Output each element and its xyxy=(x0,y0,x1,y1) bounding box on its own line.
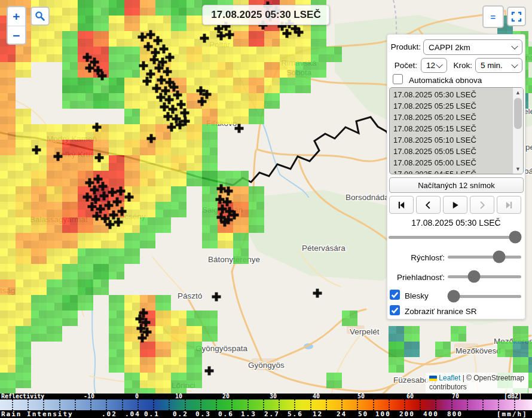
legend-colorbar xyxy=(0,399,532,410)
search-button[interactable] xyxy=(30,7,50,26)
reflectivity-scale-row: Reflectivity [dBZ] -10010203040506070 xyxy=(0,394,532,399)
time-slider-thumb[interactable] xyxy=(509,231,522,244)
legend-tick-label: 200 xyxy=(399,410,415,418)
legend-tick-line xyxy=(263,399,264,410)
legend-tick-line xyxy=(404,399,405,410)
skip-start-icon xyxy=(397,201,406,210)
legend-tick-line xyxy=(514,399,515,410)
timestamp-option[interactable]: 17.08.2025 05:20 LSEČ xyxy=(390,112,523,123)
timestamp-listbox[interactable]: 17.08.2025 05:30 LSEČ17.08.2025 05:25 LS… xyxy=(389,87,524,174)
legend-tick-label: 5.6 xyxy=(288,410,303,418)
legend-tick-label: 400 xyxy=(423,410,439,418)
krok-value: 5 min. xyxy=(481,61,503,70)
chevron-down-icon xyxy=(511,43,518,50)
legend-tick-label: 0.6 xyxy=(218,410,234,418)
control-panel: Produkt: CAPPI 2km Počet: 12 Krok: 5 min… xyxy=(387,34,525,319)
checkmark-icon xyxy=(390,290,399,299)
produkt-label: Produkt: xyxy=(387,42,421,51)
skip-end-button[interactable] xyxy=(497,196,521,214)
timestamp-option[interactable]: 17.08.2025 05:25 LSEČ xyxy=(390,100,523,112)
priehladnost-slider[interactable] xyxy=(448,270,521,283)
timestamp-option[interactable]: 17.08.2025 05:10 LSEČ xyxy=(390,134,523,146)
mmh-unit-label: [mm/h] xyxy=(497,410,528,418)
search-icon xyxy=(35,11,45,21)
scroll-down-icon[interactable]: ▼ xyxy=(513,164,523,174)
legend-tick-line xyxy=(185,399,186,410)
produkt-value: CAPPI 2km xyxy=(429,43,470,52)
produkt-select[interactable]: CAPPI 2km xyxy=(423,39,522,55)
listbox-scrollbar[interactable]: ▲ ▼ xyxy=(512,88,523,174)
zoom-in-button[interactable]: + xyxy=(8,7,25,26)
blesky-label: Blesky xyxy=(405,291,429,300)
timestamp-option[interactable]: 17.08.2025 05:00 LSEČ xyxy=(390,157,523,168)
legend-tick-line xyxy=(389,399,390,410)
hranice-checkbox[interactable] xyxy=(390,305,400,315)
legend-tick-line xyxy=(373,399,374,410)
rychlost-slider-thumb[interactable] xyxy=(493,251,506,263)
legend-tick-line xyxy=(357,399,358,410)
auto-refresh-checkbox[interactable] xyxy=(393,74,403,84)
legend-tick-label: 0.1 xyxy=(144,410,160,418)
chevron-down-icon xyxy=(436,61,442,67)
rychlost-label: Rýchlosť: xyxy=(387,253,445,262)
legend-tick-label: 24 xyxy=(337,410,347,418)
legend-tick-label: 0 xyxy=(135,394,139,399)
chevron-left-icon xyxy=(424,201,433,210)
legend-tick-label: 10 xyxy=(175,394,182,399)
legend-tick-line xyxy=(420,399,421,410)
fullscreen-icon xyxy=(511,11,522,22)
time-slider[interactable] xyxy=(389,230,521,244)
radar-legend: Reflectivity [dBZ] -10010203040506070 Ra… xyxy=(0,394,532,418)
loaded-frames-button[interactable]: Načítaných 12 snímok xyxy=(389,177,524,193)
blesky-slider[interactable] xyxy=(448,290,521,303)
auto-refresh-label: Automatická obnova xyxy=(409,76,482,85)
rychlost-slider-track[interactable] xyxy=(448,256,521,259)
scrollbar-thumb[interactable] xyxy=(514,98,522,129)
radar-viewer-app: RimavskáSobotaFiľakovoPoltárModrý KameňV… xyxy=(0,0,532,418)
skip-start-button[interactable] xyxy=(389,196,414,214)
legend-tick-label: -10 xyxy=(84,394,94,399)
rychlost-slider[interactable] xyxy=(448,250,521,263)
legend-tick-label: 30 xyxy=(270,394,277,399)
pocet-select[interactable]: 12 xyxy=(421,58,447,73)
legend-tick-line xyxy=(12,399,13,410)
prev-frame-button[interactable] xyxy=(416,196,441,214)
leaflet-link[interactable]: Leaflet xyxy=(439,374,460,382)
legend-tick-label: 50 xyxy=(357,394,365,399)
priehladnost-slider-thumb[interactable] xyxy=(468,271,481,283)
time-slider-track[interactable] xyxy=(389,236,521,239)
zoom-out-button[interactable]: − xyxy=(8,26,25,45)
dbz-unit-label: [dBZ] xyxy=(504,394,522,399)
legend-tick-line xyxy=(137,399,139,410)
legend-tick-line xyxy=(467,399,468,410)
priehladnost-slider-track[interactable] xyxy=(448,275,521,278)
pocet-value: 12 xyxy=(426,61,435,70)
legend-tick-label: 50 xyxy=(358,410,368,418)
blesky-checkbox[interactable] xyxy=(390,290,400,300)
chevron-right-icon xyxy=(478,201,487,210)
krok-select[interactable]: 5 min. xyxy=(475,58,522,73)
blesky-slider-thumb[interactable] xyxy=(447,290,460,303)
timestamp-option[interactable]: 17.08.2025 05:05 LSEČ xyxy=(390,146,523,157)
legend-tick-line xyxy=(247,399,249,410)
timestamp-option[interactable]: 17.08.2025 05:15 LSEČ xyxy=(390,123,523,134)
legend-tick-line xyxy=(341,399,343,410)
rain-intensity-title: Rain Intensity xyxy=(1,410,74,418)
legend-tick-label: 12 xyxy=(313,410,323,418)
fullscreen-button[interactable] xyxy=(507,7,526,26)
next-frame-button[interactable] xyxy=(470,196,494,214)
legend-tick-line xyxy=(59,399,60,410)
legend-tick-label: 60 xyxy=(406,394,414,399)
timestamp-option[interactable]: 17.08.2025 04:55 LSEČ xyxy=(390,168,523,174)
legend-tick-line xyxy=(75,399,76,410)
checkmark-icon xyxy=(390,306,399,315)
legend-tick-line xyxy=(106,399,107,410)
krok-label: Krok: xyxy=(450,61,472,70)
legend-tick-label: 0.2 xyxy=(173,410,188,418)
ukraine-flag-icon xyxy=(429,376,437,381)
play-button[interactable] xyxy=(443,196,467,214)
legend-tick-line xyxy=(310,399,311,410)
scroll-up-icon[interactable]: ▲ xyxy=(513,88,523,97)
timestamp-option[interactable]: 17.08.2025 05:30 LSEČ xyxy=(390,89,523,100)
settings-toggle-button[interactable]: = xyxy=(482,5,504,28)
